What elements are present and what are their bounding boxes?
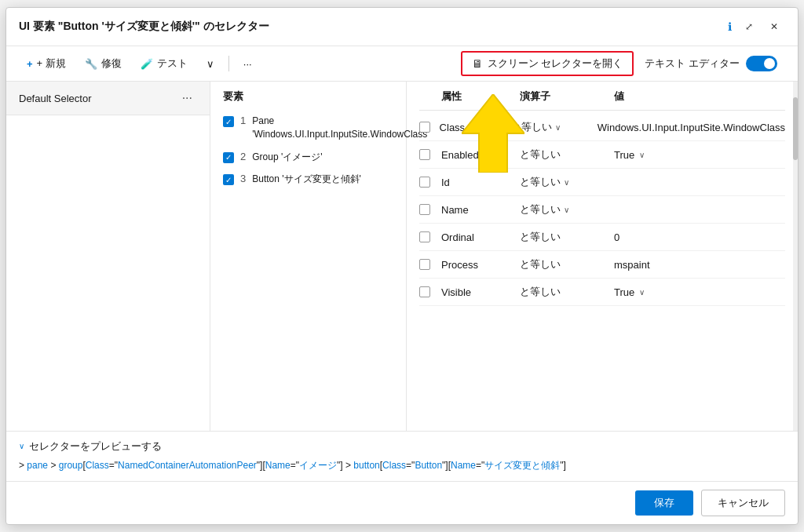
properties-section: 属性 演算子 値 Class と等しい ∨ Windows.UI.Input.I… — [407, 82, 798, 431]
prop-attribute: Ordinal — [441, 231, 520, 243]
checkbox-empty — [419, 204, 430, 215]
element-num: 2 — [240, 151, 246, 162]
code-class-attr: Class — [86, 460, 109, 471]
preview-toggle-label: セレクターをプレビューする — [29, 439, 162, 454]
operator-dropdown-icon[interactable]: ∨ — [555, 123, 561, 132]
code-group: group — [59, 460, 83, 471]
prop-attribute: Class — [440, 122, 511, 133]
checkbox-empty — [419, 149, 430, 160]
code-name-attr1: Name — [265, 460, 291, 471]
checkbox-empty — [419, 122, 430, 133]
new-label: + 新規 — [37, 56, 66, 71]
prop-checkbox[interactable] — [419, 122, 440, 133]
value-dropdown-icon[interactable]: ∨ — [639, 151, 645, 159]
code-gt1: > — [19, 460, 27, 471]
elements-section: 要素 ✓ 1 Pane'Windows.UI.Input.InputSite.W… — [210, 82, 798, 431]
save-button[interactable]: 保存 — [635, 490, 693, 516]
prop-operator: と等しい ∨ — [520, 175, 614, 189]
new-icon: + — [27, 58, 33, 70]
element-item[interactable]: ✓ 2 Group 'イメージ' — [210, 146, 406, 169]
code-name-val1: イメージ — [299, 460, 337, 471]
element-item[interactable]: ✓ 1 Pane'Windows.UI.Input.InputSite.Wind… — [210, 110, 406, 146]
operator-dropdown-icon[interactable]: ∨ — [564, 178, 569, 187]
code-button: button — [353, 460, 379, 471]
element-checkbox[interactable]: ✓ — [223, 152, 234, 163]
prop-attribute: Name — [441, 204, 520, 216]
dialog-title: UI 要素 "Button 'サイズ変更と傾斜'" のセレクター — [19, 20, 722, 34]
prop-attribute: Process — [441, 259, 520, 271]
more-options-button[interactable]: ··· — [236, 54, 260, 74]
prop-value: mspaint — [614, 259, 785, 271]
preview-code: > pane > group[Class="NamedContainerAuto… — [19, 458, 785, 473]
repair-label: 修復 — [101, 56, 122, 71]
prop-operator: と等しい ∨ — [511, 120, 598, 134]
prop-col-val-header: 値 — [614, 89, 785, 104]
repair-icon: 🔧 — [85, 58, 97, 70]
code-class-val2: Button — [415, 460, 442, 471]
toolbar: + + 新規 🔧 修復 🧪 テスト ∨ ··· 🖥 スクリーン セレクターを開く… — [6, 46, 798, 82]
test-button[interactable]: 🧪 テスト — [133, 53, 196, 75]
cancel-button[interactable]: キャンセル — [701, 490, 785, 516]
element-num: 3 — [240, 173, 246, 184]
checkbox-empty — [419, 177, 430, 188]
element-text: Group 'イメージ' — [252, 151, 322, 164]
value-dropdown-icon[interactable]: ∨ — [639, 288, 645, 297]
prop-row: Process と等しい mspaint — [419, 251, 785, 279]
checkbox-empty — [419, 286, 430, 297]
element-checkbox[interactable]: ✓ — [223, 174, 234, 185]
info-icon[interactable]: ℹ — [728, 20, 732, 33]
element-checkbox[interactable]: ✓ — [223, 116, 234, 127]
prop-col-check-header — [419, 89, 441, 104]
bottom-section: ∨ セレクターをプレビューする > pane > group[Class="Na… — [6, 431, 798, 481]
test-label: テスト — [157, 56, 188, 71]
chevron-down-icon: ∨ — [206, 58, 214, 70]
title-bar: UI 要素 "Button 'サイズ変更と傾斜'" のセレクター ℹ ⤢ ✕ — [6, 8, 798, 46]
prop-col-op-header: 演算子 — [520, 89, 614, 104]
elements-container: ✓ 1 Pane'Windows.UI.Input.InputSite.Wind… — [210, 110, 406, 191]
prop-row: Visible と等しい True∨ — [419, 279, 785, 306]
toolbar-separator — [228, 56, 229, 71]
text-editor-toggle[interactable] — [746, 56, 777, 71]
code-class-val: NamedContainerAutomationPeer — [118, 460, 257, 471]
prop-operator: と等しい — [520, 148, 614, 162]
prop-checkbox[interactable] — [419, 204, 441, 215]
new-button[interactable]: + + 新規 — [19, 53, 74, 75]
operator-dropdown-icon[interactable]: ∨ — [564, 206, 569, 214]
prop-checkbox[interactable] — [419, 259, 441, 270]
footer: 保存 キャンセル — [6, 481, 798, 524]
prop-row: Class と等しい ∨ Windows.UI.Input.InputSite.… — [419, 114, 785, 141]
element-text: Pane'Windows.UI.Input.InputSite.WindowCl… — [252, 115, 429, 141]
screen-selector-wrapper: 🖥 スクリーン セレクターを開く — [461, 51, 634, 76]
expand-button[interactable]: ⤢ — [738, 16, 760, 38]
prop-value: Windows.UI.Input.InputSite.WindowClass — [598, 122, 785, 133]
close-button[interactable]: ✕ — [763, 16, 785, 38]
prop-attribute: Id — [441, 177, 520, 188]
preview-chevron-icon: ∨ — [19, 442, 24, 450]
selector-more-button[interactable]: ··· — [177, 89, 197, 107]
scrollbar-track[interactable] — [793, 82, 798, 431]
dialog: UI 要素 "Button 'サイズ変更と傾斜'" のセレクター ℹ ⤢ ✕ +… — [5, 7, 799, 525]
screen-selector-button[interactable]: 🖥 スクリーン セレクターを開く — [461, 51, 634, 76]
prop-checkbox[interactable] — [419, 177, 441, 188]
prop-value: True∨ — [614, 286, 785, 298]
default-selector-label: Default Selector — [19, 93, 92, 104]
prop-operator: と等しい — [520, 285, 614, 299]
element-num: 1 — [240, 115, 246, 126]
prop-operator: と等しい ∨ — [520, 202, 614, 217]
dropdown-button[interactable]: ∨ — [199, 54, 222, 74]
prop-checkbox[interactable] — [419, 149, 441, 160]
prop-value: 0 — [614, 231, 785, 243]
prop-checkbox[interactable] — [419, 286, 441, 297]
test-icon: 🧪 — [141, 58, 153, 70]
prop-checkbox[interactable] — [419, 231, 441, 242]
prop-row: Ordinal と等しい 0 — [419, 224, 785, 251]
code-name-attr2: Name — [451, 460, 476, 471]
preview-toggle[interactable]: ∨ セレクターをプレビューする — [19, 439, 785, 454]
right-panel: 要素 ✓ 1 Pane'Windows.UI.Input.InputSite.W… — [210, 82, 798, 431]
prop-row: Id と等しい ∨ — [419, 169, 785, 196]
element-item[interactable]: ✓ 3 Button 'サイズ変更と傾斜' — [210, 168, 406, 191]
repair-button[interactable]: 🔧 修復 — [77, 53, 130, 75]
more-icon: ··· — [243, 58, 252, 70]
screen-selector-icon: 🖥 — [472, 57, 483, 70]
prop-value: True∨ — [614, 149, 785, 161]
